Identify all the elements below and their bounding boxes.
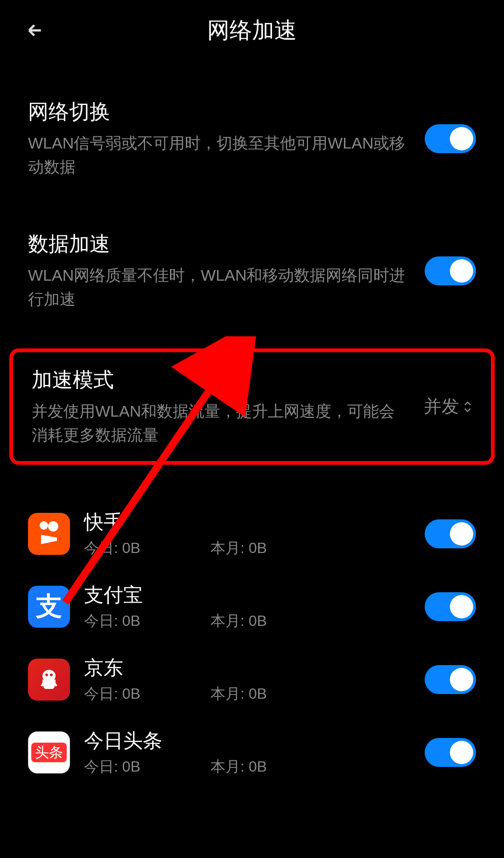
app-toggle[interactable] [425, 738, 476, 767]
mode-value-text: 并发 [424, 395, 459, 418]
jd-icon [28, 659, 70, 701]
chevron-updown-icon [463, 401, 472, 413]
toggle-knob [450, 259, 473, 283]
toggle-knob [450, 127, 473, 150]
setting-description: 并发使用WLAN和数据流量，提升上网速度，可能会消耗更多数据流量 [32, 399, 405, 447]
app-today-usage: 今日: 0B [84, 684, 140, 704]
setting-description: WLAN信号弱或不可用时，切换至其他可用WLAN或移动数据 [28, 131, 406, 179]
setting-title: 网络切换 [28, 98, 406, 126]
setting-description: WLAN网络质量不佳时，WLAN和移动数据网络同时进行加速 [28, 263, 406, 311]
app-toggle[interactable] [425, 665, 476, 694]
app-toggle[interactable] [425, 592, 476, 621]
svg-point-4 [50, 674, 53, 676]
toggle-knob [450, 668, 473, 691]
svg-point-1 [48, 521, 58, 532]
app-today-usage: 今日: 0B [84, 538, 140, 559]
app-name: 今日头条 [84, 728, 411, 754]
app-name: 快手 [84, 509, 411, 535]
app-today-usage: 今日: 0B [84, 757, 140, 777]
app-toggle[interactable] [425, 519, 476, 548]
accel-mode-value-selector[interactable]: 并发 [424, 395, 472, 418]
app-row-toutiao[interactable]: 头条 今日头条 今日: 0B 本月: 0B [0, 716, 504, 789]
setting-title: 数据加速 [28, 230, 406, 258]
app-today-usage: 今日: 0B [84, 611, 140, 631]
data-accel-toggle[interactable] [425, 256, 476, 285]
app-list: 快手 今日: 0B 本月: 0B 支 支付宝 今日: 0B 本月: 0B [0, 474, 504, 789]
svg-point-0 [40, 521, 48, 530]
app-month-usage: 本月: 0B [210, 538, 267, 559]
app-row-jd[interactable]: 京东 今日: 0B 本月: 0B [0, 643, 504, 716]
alipay-icon: 支 [28, 586, 70, 628]
app-name: 支付宝 [84, 582, 411, 608]
toutiao-icon: 头条 [28, 731, 70, 773]
kuaishou-icon [28, 513, 70, 555]
svg-point-3 [45, 674, 48, 676]
app-month-usage: 本月: 0B [210, 684, 267, 704]
arrow-left-icon [26, 21, 44, 39]
toggle-knob [450, 741, 473, 764]
app-month-usage: 本月: 0B [210, 757, 267, 777]
accel-mode-setting[interactable]: 加速模式 并发使用WLAN和数据流量，提升上网速度，可能会消耗更多数据流量 并发 [9, 348, 495, 465]
page-title: 网络加速 [207, 15, 297, 45]
app-name: 京东 [84, 655, 411, 681]
back-button[interactable] [23, 19, 47, 42]
toggle-knob [450, 595, 473, 618]
network-switch-setting[interactable]: 网络切换 WLAN信号弱或不可用时，切换至其他可用WLAN或移动数据 [0, 84, 504, 193]
network-switch-toggle[interactable] [425, 124, 476, 153]
header-bar: 网络加速 [0, 0, 504, 56]
data-accel-setting[interactable]: 数据加速 WLAN网络质量不佳时，WLAN和移动数据网络同时进行加速 [0, 216, 504, 325]
setting-title: 加速模式 [32, 366, 405, 394]
toggle-knob [450, 522, 473, 546]
app-month-usage: 本月: 0B [210, 611, 267, 631]
app-row-alipay[interactable]: 支 支付宝 今日: 0B 本月: 0B [0, 570, 504, 643]
app-row-kuaishou[interactable]: 快手 今日: 0B 本月: 0B [0, 497, 504, 570]
